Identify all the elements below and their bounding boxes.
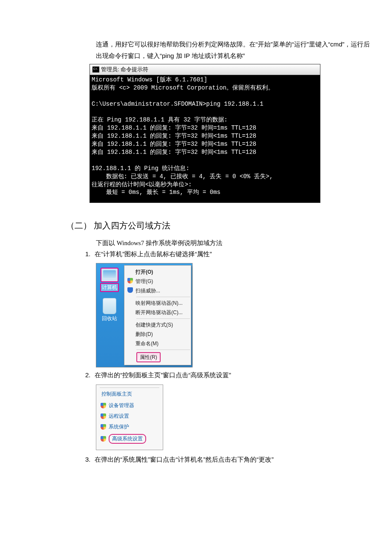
cmd-title-text: 管理员: 命令提示符 — [101, 66, 148, 73]
cp-link-remote[interactable]: 远程设置 — [100, 411, 159, 422]
menu-scan-label: 扫描威胁... — [135, 288, 160, 294]
recycle-bin-icon — [103, 298, 116, 314]
step-1-num: 1. — [85, 248, 93, 260]
cp-sysprotect-label: 系统保护 — [109, 423, 129, 431]
menu-shortcut[interactable]: 创建快捷方式(S) — [124, 320, 191, 330]
menu-properties-label: 属性(R) — [136, 352, 161, 362]
menu-mapdrive-label: 映射网络驱动器(N)... — [135, 300, 183, 306]
cp-advanced-label: 高级系统设置 — [109, 434, 146, 444]
cp-devicemgr-label: 设备管理器 — [109, 402, 134, 409]
step-3-text: 在弹出的“系统属性”窗口点击“计算机名”然后点击右下角的“更改” — [95, 456, 274, 463]
menu-shortcut-label: 创建快捷方式(S) — [135, 322, 173, 328]
cp-link-devicemgr[interactable]: 设备管理器 — [100, 400, 159, 411]
desktop-icons-column: 计算机 回收站 — [96, 263, 123, 332]
cmd-icon — [92, 66, 99, 72]
computer-icon — [101, 268, 118, 282]
shield-icon — [101, 436, 106, 442]
computer-label: 计算机 — [100, 283, 119, 292]
screenshot-desktop-contextmenu: 计算机 回收站 打开(O) 管理(G) 扫描威胁... 映射网络驱动器(N)..… — [96, 263, 193, 367]
section-2-heading: （二） 加入四方公司域方法 — [66, 220, 388, 231]
shield-icon — [127, 278, 133, 283]
menu-scan[interactable]: 扫描威胁... — [124, 286, 191, 295]
menu-open[interactable]: 打开(O) — [124, 267, 191, 277]
recycle-label: 回收站 — [102, 315, 117, 321]
menu-open-label: 打开(O) — [135, 269, 153, 275]
menu-disconnect[interactable]: 断开网络驱动器(C)... — [124, 308, 191, 317]
step-3-num: 3. — [85, 454, 93, 466]
context-menu: 打开(O) 管理(G) 扫描威胁... 映射网络驱动器(N)... 断开网络驱动… — [124, 265, 191, 365]
step-2-num: 2. — [85, 369, 93, 382]
cp-link-sysprotect[interactable]: 系统保护 — [100, 422, 159, 432]
cp-title: 控制面板主页 — [100, 387, 159, 400]
cp-link-advanced[interactable]: 高级系统设置 — [100, 432, 159, 445]
menu-manage[interactable]: 管理(G) — [124, 277, 191, 286]
menu-map-drive[interactable]: 映射网络驱动器(N)... — [124, 298, 191, 308]
step-1-text: 在“计算机”图标上点击鼠标右键选择“属性” — [95, 250, 212, 257]
section-2-intro: 下面以 Windows7 操作系统举例说明加域方法 — [96, 239, 388, 247]
menu-delete-label: 删除(D) — [135, 331, 153, 337]
shield-icon — [101, 403, 106, 408]
step-2-text: 在弹出的“控制面板主页”窗口点击“高级系统设置” — [95, 371, 231, 379]
shield-icon — [101, 413, 106, 419]
step-3: 3. 在弹出的“系统属性”窗口点击“计算机名”然后点击右下角的“更改” — [85, 454, 388, 466]
shield-icon — [101, 424, 106, 430]
screenshot-controlpanel-sidebar: 控制面板主页 设备管理器 远程设置 系统保护 高级系统设置 — [96, 384, 163, 450]
cmd-titlebar: 管理员: 命令提示符 — [90, 64, 320, 75]
menu-properties[interactable]: 属性(R) — [124, 351, 191, 363]
menu-rename[interactable]: 重命名(M) — [124, 339, 191, 348]
cmd-window: 管理员: 命令提示符 Microsoft Windows [版本 6.1.760… — [89, 64, 320, 203]
cp-remote-label: 远程设置 — [109, 413, 129, 420]
step-1: 1. 在“计算机”图标上点击鼠标右键选择“属性” — [85, 248, 388, 260]
desktop-icon-computer[interactable]: 计算机 — [96, 268, 123, 292]
menu-manage-label: 管理(G) — [135, 278, 153, 284]
shield-blue-icon — [127, 287, 133, 293]
menu-delete[interactable]: 删除(D) — [124, 330, 191, 339]
step-2: 2. 在弹出的“控制面板主页”窗口点击“高级系统设置” — [85, 369, 388, 382]
menu-rename-label: 重命名(M) — [135, 341, 159, 347]
menu-disconnect-label: 断开网络驱动器(C)... — [135, 309, 183, 315]
intro-paragraph: 连通，用好它可以很好地帮助我们分析判定网络故障。在“开始”菜单的“运行”里键入“… — [96, 38, 375, 61]
desktop-icon-recycle[interactable]: 回收站 — [96, 298, 123, 322]
cmd-body: Microsoft Windows [版本 6.1.7601] 版权所有 <c>… — [90, 75, 320, 202]
